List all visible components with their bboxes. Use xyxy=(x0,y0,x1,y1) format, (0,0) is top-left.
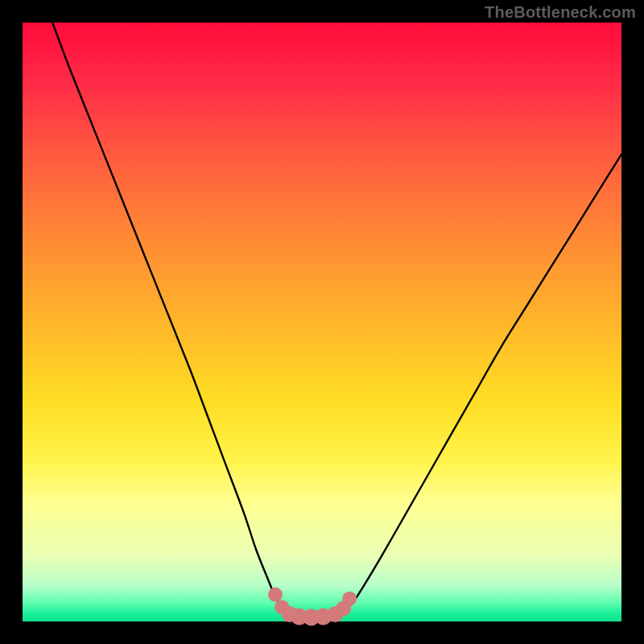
valley-marker-group xyxy=(268,588,357,626)
watermark-text: TheBottleneck.com xyxy=(485,3,636,22)
chart-svg xyxy=(23,23,621,621)
bottleneck-curve xyxy=(52,23,621,618)
valley-marker xyxy=(268,588,283,602)
valley-marker xyxy=(342,592,357,606)
